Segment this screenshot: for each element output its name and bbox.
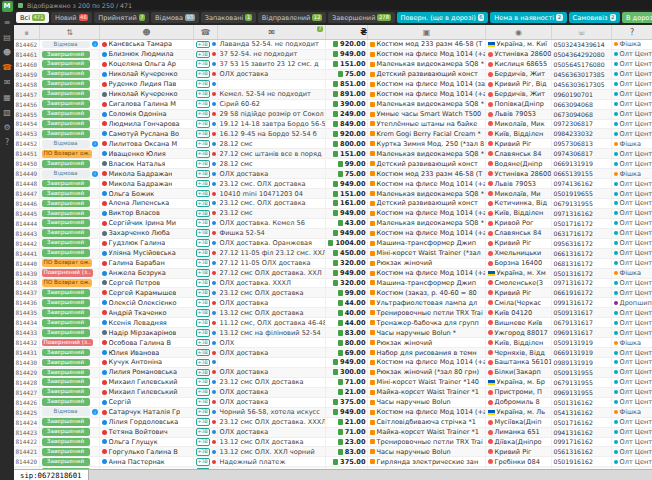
order-status-cell[interactable]: Завершений	[40, 328, 100, 337]
order-status-cell[interactable]: Завершений	[40, 50, 100, 59]
product-cell[interactable]: Костюм на флисе Мод 1014 (+а	[368, 358, 486, 367]
region-cell[interactable]: Славянськ 84	[486, 149, 552, 158]
callback-badge[interactable]: +ЗВ	[196, 289, 210, 297]
calendar-icon[interactable]: ▧	[3, 109, 11, 117]
region-cell[interactable]: Київ 04120	[486, 308, 552, 317]
order-id-cell[interactable]: 814454	[14, 120, 40, 129]
product-cell[interactable]: Маленькая видеокамера SQ8 *	[368, 149, 486, 158]
phone-icon[interactable]: ☎	[2, 64, 12, 72]
table-row[interactable]: 814447ЗавершенийОльга Божик+ЗВ10410 mini…	[14, 189, 652, 199]
callback-badge[interactable]: +ЗВ	[196, 458, 210, 466]
phone-cell[interactable]: 0972306817	[552, 120, 612, 129]
price-cell[interactable]: 1004.00	[326, 239, 368, 248]
price-cell[interactable]: 920.00	[326, 129, 368, 138]
client-cell[interactable]: Лилитова Оксана М	[100, 139, 194, 148]
phone-cell[interactable]: 0991716162	[552, 438, 612, 447]
callback-badge[interactable]: +ЗВ	[196, 219, 210, 227]
client-cell[interactable]: Сигалова Галина М	[100, 100, 194, 109]
order-status-cell[interactable]: Завершений	[40, 60, 100, 69]
order-status-cell[interactable]: Завершений	[40, 179, 100, 188]
order-status-cell[interactable]: Завершений	[40, 199, 100, 208]
table-row[interactable]: 814435ЗавершенийАндрій Ткаченко+ЗВ13.12 …	[14, 308, 652, 318]
price-cell[interactable]: 99.00	[326, 159, 368, 168]
comment-cell[interactable]	[218, 80, 326, 89]
comment-cell[interactable]: 37 52-54. не подходит	[218, 50, 326, 59]
callback-badge[interactable]: +ЗВ	[196, 210, 210, 218]
client-cell[interactable]: Алена Липенська	[100, 199, 194, 208]
source-cell[interactable]: Олт Центр	[612, 249, 652, 258]
product-cell[interactable]: Майка-корсет Waist Trainer *1	[368, 388, 486, 397]
region-cell[interactable]: Миколаїв, Мик	[486, 120, 552, 129]
help-icon[interactable]: ?	[5, 139, 9, 147]
price-cell[interactable]: 21.00	[326, 418, 368, 427]
comment-cell[interactable]: Лаванда 52-54. не подходит	[218, 40, 326, 49]
region-cell[interactable]: Кривой Рог	[486, 219, 552, 228]
phone-cell[interactable]: 0661916172	[552, 288, 612, 297]
product-cell[interactable]: Тренировочные петли TRX Trai	[368, 308, 486, 317]
phone-cell[interactable]: 0501316162	[552, 398, 612, 407]
phone-cell[interactable]: 0969131617	[552, 328, 612, 337]
price-cell[interactable]: 375.00	[326, 398, 368, 407]
price-cell[interactable]: 83.00	[326, 328, 368, 337]
callback-cell[interactable]: +ЗВ	[194, 408, 218, 417]
source-cell[interactable]: Олт Центр	[612, 129, 652, 138]
table-row[interactable]: 814423ЗавершенийТетяна Войтович+ЗВОЛХ до…	[14, 428, 652, 438]
comment-cell[interactable]: 16.12 9-45 на Бордо 52-54 б	[218, 129, 326, 138]
client-cell[interactable]: Тетяна Войтович	[100, 428, 194, 437]
client-cell[interactable]: Андрій Ткаченко	[100, 308, 194, 317]
phone-cell[interactable]: 0681316172	[552, 259, 612, 268]
phone-cell[interactable]: 0679131955	[552, 378, 612, 387]
price-cell[interactable]: 151.00	[326, 60, 368, 69]
order-id-cell[interactable]: 814436	[14, 298, 40, 307]
table-row[interactable]: 814453ЗавершенийСамотуй Руслана Во+ЗВ16.…	[14, 129, 652, 139]
client-cell[interactable]: Анна Пастернак	[100, 457, 194, 466]
order-status-cell[interactable]: Завершений	[40, 249, 100, 258]
order-id-cell[interactable]: 814421	[14, 447, 40, 456]
client-cell[interactable]: Михаил Гилевський	[100, 378, 194, 387]
order-status-cell[interactable]: Завершений	[40, 418, 100, 427]
comment-cell[interactable]: ОЛХ доставка. Оранжевая	[218, 239, 326, 248]
order-id-cell[interactable]: 814425	[14, 408, 40, 417]
source-cell[interactable]: Олт Центр	[612, 328, 652, 337]
order-status-cell[interactable]: Завершений	[40, 368, 100, 377]
source-cell[interactable]: Олт Центр	[612, 438, 652, 447]
product-cell[interactable]: Костюм на флисе Мод 1014 (за	[368, 80, 486, 89]
product-cell[interactable]: Костюм на флисе Мод 1014 (+а	[368, 408, 486, 417]
callback-badge[interactable]: +ЗВ	[196, 160, 210, 168]
phone-cell[interactable]: 0541316162	[552, 408, 612, 417]
callback-badge[interactable]: +ЗВ	[196, 418, 210, 426]
phone-cell[interactable]: 0501716172	[552, 219, 612, 228]
order-id-cell[interactable]: 814435	[14, 308, 40, 317]
menu-icon[interactable]: ≡	[4, 19, 11, 27]
callback-badge[interactable]: +ЗВ	[196, 329, 210, 337]
source-cell[interactable]: Олт Центр	[612, 378, 652, 387]
region-cell[interactable]: Устинівка 28600	[486, 50, 552, 59]
client-cell[interactable]: Канєвська Тамара	[100, 40, 194, 49]
callback-cell[interactable]: +ЗВ	[194, 328, 218, 337]
source-cell[interactable]: Олт Центр	[612, 159, 652, 168]
price-cell[interactable]: 800.00	[326, 139, 368, 148]
region-cell[interactable]: Кривий Ріг	[486, 288, 552, 297]
comment-cell[interactable]: 28.12 смс	[218, 139, 326, 148]
callback-badge[interactable]: +ЗВ	[196, 249, 210, 257]
client-cell[interactable]: Руденко Лидия Пав	[100, 80, 194, 89]
column-header-callback[interactable]: ☎	[194, 25, 218, 39]
order-status-cell[interactable]: Завершений	[40, 447, 100, 456]
comment-cell[interactable]: 13.12 смс ОЛХ. ХХЛ чорний	[218, 447, 326, 456]
order-status-cell[interactable]: Завершений	[40, 189, 100, 198]
column-header-price[interactable]: ₴	[326, 25, 368, 39]
callback-cell[interactable]: +ЗВ	[194, 438, 218, 447]
client-cell[interactable]: Лилия Романовська	[100, 368, 194, 377]
product-cell[interactable]: Krem Gogi Berry Facial Cream *	[368, 129, 486, 138]
product-cell[interactable]: Костюм на флисе Мод 1014 (+а	[368, 209, 486, 218]
table-row[interactable]: 814442ЗавершенийГудзлюк Галина+ЗВОЛХ дос…	[14, 239, 652, 249]
price-cell[interactable]: 949.00	[326, 209, 368, 218]
comment-cell[interactable]: Фишка 52-54	[218, 229, 326, 238]
price-cell[interactable]: 300.00	[326, 368, 368, 377]
callback-badge[interactable]: +ЗВ	[196, 120, 210, 128]
price-cell[interactable]: 320.00	[326, 259, 368, 268]
phone-cell[interactable]: 0501916162	[552, 457, 612, 466]
region-cell[interactable]: Славянськ 84	[486, 229, 552, 238]
order-id-cell[interactable]: 814429	[14, 368, 40, 377]
region-cell[interactable]: Україна, м. Ль	[486, 408, 552, 417]
